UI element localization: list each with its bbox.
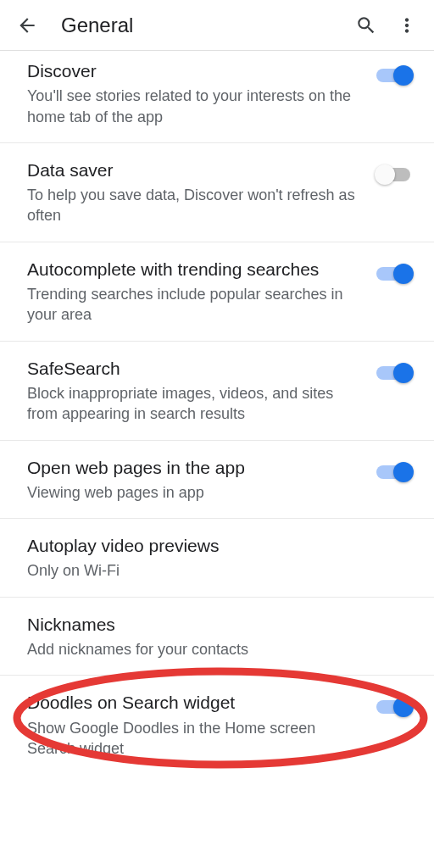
- toggle-safesearch[interactable]: [376, 362, 414, 382]
- more-vert-icon: [396, 14, 418, 36]
- toggle-thumb: [393, 697, 414, 717]
- setting-text: Nicknames Add nicknames for your contact…: [27, 613, 414, 660]
- setting-nicknames[interactable]: Nicknames Add nicknames for your contact…: [0, 598, 434, 676]
- setting-discover[interactable]: Discover You'll see stories related to y…: [0, 51, 434, 143]
- app-header: General: [0, 0, 434, 51]
- setting-title: Nicknames: [27, 613, 400, 636]
- toggle-thumb: [393, 363, 414, 383]
- setting-text: Open web pages in the app Viewing web pa…: [27, 456, 376, 504]
- setting-title: Doodles on Search widget: [27, 691, 363, 714]
- back-button[interactable]: [7, 5, 47, 46]
- setting-desc: Only on Wi-Fi: [27, 560, 400, 581]
- setting-desc: Viewing web pages in app: [27, 482, 363, 503]
- search-icon: [355, 14, 377, 36]
- setting-desc: To help you save data, Discover won't re…: [27, 185, 363, 226]
- toggle-thumb: [393, 65, 414, 86]
- setting-title: Autocomplete with trending searches: [27, 258, 363, 281]
- setting-open-web-pages[interactable]: Open web pages in the app Viewing web pa…: [0, 441, 434, 520]
- toggle-autocomplete-trending[interactable]: [376, 263, 414, 283]
- setting-text: Discover You'll see stories related to y…: [27, 59, 376, 127]
- setting-title: Discover: [27, 59, 363, 82]
- setting-desc: You'll see stories related to your inter…: [27, 86, 363, 127]
- setting-text: Data saver To help you save data, Discov…: [27, 159, 376, 226]
- page-title: General: [61, 14, 346, 37]
- setting-title: Data saver: [27, 159, 363, 181]
- setting-desc: Add nicknames for your contacts: [27, 639, 400, 659]
- setting-text: Autoplay video previews Only on Wi-Fi: [27, 534, 414, 581]
- toggle-open-web-pages[interactable]: [376, 461, 414, 481]
- setting-text: SafeSearch Block inappropriate images, v…: [27, 357, 376, 425]
- toggle-thumb: [375, 164, 395, 185]
- setting-autoplay-previews[interactable]: Autoplay video previews Only on Wi-Fi: [0, 519, 434, 598]
- toggle-data-saver[interactable]: [376, 164, 414, 184]
- arrow-back-icon: [16, 14, 38, 36]
- setting-desc: Trending searches include popular search…: [27, 284, 363, 326]
- setting-text: Doodles on Search widget Show Google Doo…: [27, 691, 376, 759]
- setting-title: SafeSearch: [27, 357, 363, 380]
- setting-title: Autoplay video previews: [27, 534, 400, 557]
- toggle-thumb: [393, 462, 414, 482]
- setting-desc: Block inappropriate images, videos, and …: [27, 383, 363, 425]
- settings-list: Discover You'll see stories related to y…: [0, 51, 434, 774]
- more-options-button[interactable]: [387, 5, 427, 46]
- toggle-discover[interactable]: [376, 64, 414, 85]
- toggle-thumb: [393, 264, 414, 284]
- setting-desc: Show Google Doodles in the Home screen S…: [27, 718, 363, 760]
- toggle-doodles-search-widget[interactable]: [376, 696, 414, 716]
- setting-safesearch[interactable]: SafeSearch Block inappropriate images, v…: [0, 342, 434, 441]
- setting-title: Open web pages in the app: [27, 456, 363, 479]
- setting-data-saver[interactable]: Data saver To help you save data, Discov…: [0, 143, 434, 242]
- setting-doodles-search-widget[interactable]: Doodles on Search widget Show Google Doo…: [0, 676, 434, 774]
- setting-autocomplete-trending[interactable]: Autocomplete with trending searches Tren…: [0, 242, 434, 342]
- setting-text: Autocomplete with trending searches Tren…: [27, 258, 376, 326]
- search-button[interactable]: [346, 5, 387, 46]
